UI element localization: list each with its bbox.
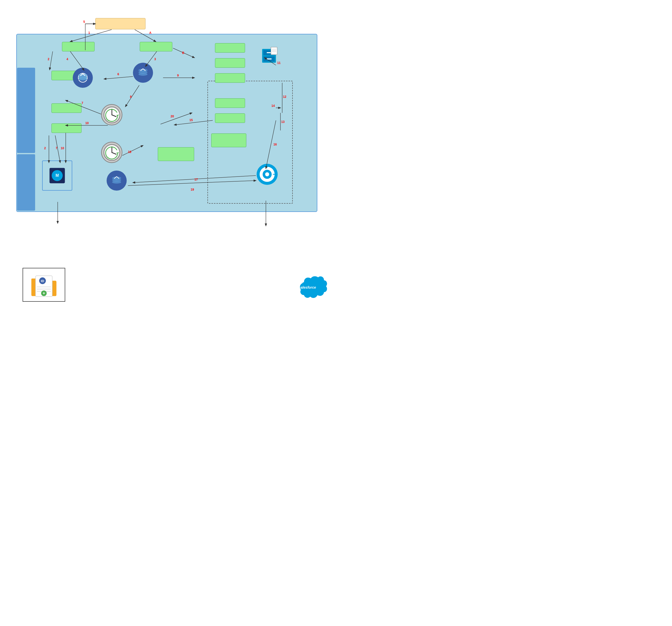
map-to-csv-box bbox=[215, 43, 245, 53]
data-cloud-job-status-icon bbox=[101, 142, 122, 163]
dispatch-jobs-icon bbox=[101, 104, 122, 125]
svg-rect-30 bbox=[271, 47, 277, 55]
system-api-label bbox=[17, 154, 35, 211]
svg-point-40 bbox=[265, 172, 269, 176]
process-api-label bbox=[17, 68, 35, 153]
upload-to-dc-box bbox=[215, 98, 245, 108]
svg-text:+: + bbox=[43, 290, 45, 295]
status-check-box bbox=[51, 103, 81, 113]
svg-point-8 bbox=[78, 78, 87, 81]
ms-jobs-os-icon bbox=[73, 68, 93, 88]
svg-text:M: M bbox=[55, 173, 59, 177]
bcda-sync-box bbox=[62, 42, 95, 51]
manage-job-box bbox=[140, 42, 172, 51]
write-csv-box bbox=[215, 58, 245, 68]
update-status-box bbox=[211, 134, 246, 147]
temp-file-store-icon bbox=[260, 45, 280, 65]
svg-text:salesforce: salesforce bbox=[298, 285, 316, 289]
consumer-scheduler-box bbox=[95, 18, 145, 29]
svg-text:5: 5 bbox=[83, 20, 85, 24]
cdp-connector-icon bbox=[256, 163, 279, 186]
dc-jobs-os-icon bbox=[106, 171, 127, 191]
status-os-icon bbox=[133, 63, 153, 83]
check-dc-job-box bbox=[158, 147, 194, 161]
create-dc-job-box bbox=[215, 73, 245, 83]
svg-point-14 bbox=[112, 180, 121, 184]
cms-bcda-box: ID + bbox=[23, 268, 65, 302]
delete-csv-box bbox=[215, 113, 245, 123]
svg-rect-29 bbox=[267, 58, 272, 59]
svg-text:ID: ID bbox=[41, 279, 44, 283]
mule-soft-box: M bbox=[42, 161, 72, 191]
download-box bbox=[51, 123, 81, 133]
salesforce-cloud-icon: salesforce bbox=[287, 275, 327, 303]
svg-point-11 bbox=[139, 73, 147, 76]
